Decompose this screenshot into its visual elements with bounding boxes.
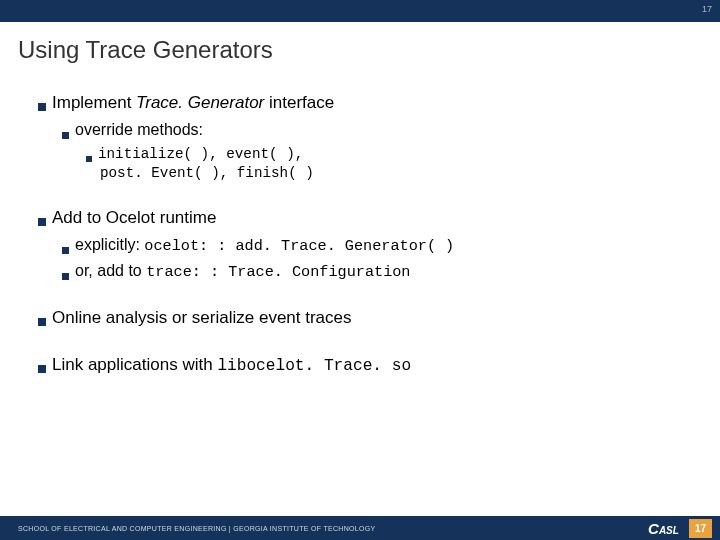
bullet-text: Implement Trace. Generator interface [52,92,334,115]
bullet-online-analysis: Online analysis or serialize event trace… [38,307,720,330]
bullet-text: Link applications with libocelot. Trace.… [52,354,411,378]
top-bar: 17 [0,0,720,22]
sub-bullet-text: explicitly: ocelot: : add. Trace. Genera… [75,234,454,257]
slide-title: Using Trace Generators [0,22,720,64]
square-bullet-icon [86,156,92,162]
square-bullet-icon [38,318,46,326]
sub-bullet-text: override methods: [75,119,203,141]
sub-bullet-text: or, add to trace: : Trace. Configuration [75,260,410,283]
square-bullet-icon [62,273,69,280]
square-bullet-icon [62,247,69,254]
footer-affiliation: SCHOOL OF ELECTRICAL AND COMPUTER ENGINE… [18,525,375,532]
sub-bullet-explicitly: explicitly: ocelot: : add. Trace. Genera… [38,234,720,257]
logo-letter: C [648,520,659,537]
page-number-badge: 17 [689,519,712,538]
sub-bullet-or-add: or, add to trace: : Trace. Configuration [38,260,720,283]
casl-logo: CASL [648,520,679,537]
square-bullet-icon [62,132,69,139]
square-bullet-icon [38,365,46,373]
code-text: initialize( ), event( ), [98,145,303,164]
code-text: post. Event( ), finish( ) [100,164,314,183]
bullet-add-runtime: Add to Ocelot runtime explicitly: ocelot… [38,207,720,283]
square-bullet-icon [38,218,46,226]
bullet-implement: Implement Trace. Generator interface ove… [38,92,720,183]
top-page-number: 17 [702,4,712,14]
logo-letters: ASL [659,525,679,536]
bullet-text: Add to Ocelot runtime [52,207,216,230]
sub-bullet-override: override methods: initialize( ), event( … [38,119,720,183]
footer-right: CASL 17 [648,519,712,538]
square-bullet-icon [38,103,46,111]
bullet-link-apps: Link applications with libocelot. Trace.… [38,354,720,378]
footer-bar: SCHOOL OF ELECTRICAL AND COMPUTER ENGINE… [0,516,720,540]
slide-content: Implement Trace. Generator interface ove… [0,64,720,378]
bullet-text: Online analysis or serialize event trace… [52,307,352,330]
sub-sub-bullet-methods: initialize( ), event( ), post. Event( ),… [62,145,720,183]
